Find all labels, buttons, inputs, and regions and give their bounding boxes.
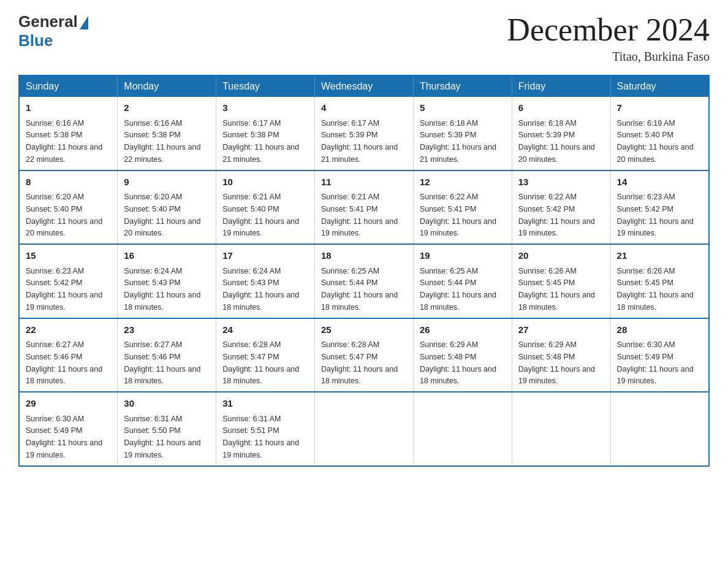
day-info: Sunrise: 6:25 AMSunset: 5:44 PMDaylight:…	[321, 267, 398, 312]
table-row: 14Sunrise: 6:23 AMSunset: 5:42 PMDayligh…	[610, 170, 709, 245]
table-row: 12Sunrise: 6:22 AMSunset: 5:41 PMDayligh…	[413, 170, 512, 245]
header-wednesday: Wednesday	[315, 75, 414, 97]
day-number: 28	[617, 323, 702, 337]
logo-general-text: General	[18, 12, 78, 31]
day-info: Sunrise: 6:18 AMSunset: 5:39 PMDaylight:…	[420, 119, 496, 164]
day-number: 17	[222, 249, 308, 263]
day-info: Sunrise: 6:18 AMSunset: 5:39 PMDaylight:…	[518, 119, 595, 164]
day-info: Sunrise: 6:22 AMSunset: 5:42 PMDaylight:…	[518, 193, 595, 237]
logo-triangle-icon	[80, 16, 88, 29]
header-sunday: Sunday	[19, 75, 118, 97]
table-row: 30Sunrise: 6:31 AMSunset: 5:50 PMDayligh…	[118, 392, 216, 466]
day-number: 4	[321, 101, 407, 115]
day-number: 21	[617, 249, 702, 263]
table-row: 6Sunrise: 6:18 AMSunset: 5:39 PMDaylight…	[512, 97, 610, 170]
day-number: 13	[518, 175, 604, 190]
table-row: 23Sunrise: 6:27 AMSunset: 5:46 PMDayligh…	[118, 318, 216, 393]
day-info: Sunrise: 6:16 AMSunset: 5:38 PMDaylight:…	[26, 119, 102, 164]
day-info: Sunrise: 6:29 AMSunset: 5:48 PMDaylight:…	[420, 340, 496, 385]
table-row: 22Sunrise: 6:27 AMSunset: 5:46 PMDayligh…	[19, 318, 118, 393]
day-number: 5	[420, 101, 506, 115]
day-number: 3	[222, 101, 308, 115]
table-row: 11Sunrise: 6:21 AMSunset: 5:41 PMDayligh…	[315, 170, 414, 245]
day-number: 20	[518, 249, 604, 263]
header-friday: Friday	[512, 75, 610, 97]
day-number: 8	[26, 175, 111, 190]
title-area: December 2024 Titao, Burkina Faso	[507, 12, 710, 64]
page-header: General Blue December 2024 Titao, Burkin…	[18, 12, 710, 64]
day-number: 23	[124, 323, 210, 337]
day-info: Sunrise: 6:28 AMSunset: 5:47 PMDaylight:…	[222, 340, 299, 385]
table-row: 24Sunrise: 6:28 AMSunset: 5:47 PMDayligh…	[216, 318, 315, 393]
table-row: 15Sunrise: 6:23 AMSunset: 5:42 PMDayligh…	[19, 244, 118, 318]
table-row: 29Sunrise: 6:30 AMSunset: 5:49 PMDayligh…	[19, 392, 118, 466]
table-row	[512, 392, 610, 466]
day-info: Sunrise: 6:19 AMSunset: 5:40 PMDaylight:…	[617, 119, 694, 164]
day-number: 1	[26, 101, 111, 115]
day-info: Sunrise: 6:25 AMSunset: 5:44 PMDaylight:…	[420, 267, 496, 312]
day-number: 19	[420, 249, 506, 263]
calendar-week-row: 8Sunrise: 6:20 AMSunset: 5:40 PMDaylight…	[19, 170, 709, 245]
table-row: 31Sunrise: 6:31 AMSunset: 5:51 PMDayligh…	[216, 392, 315, 466]
header-monday: Monday	[118, 75, 216, 97]
table-row: 3Sunrise: 6:17 AMSunset: 5:38 PMDaylight…	[216, 97, 315, 170]
day-number: 9	[124, 175, 210, 190]
day-info: Sunrise: 6:20 AMSunset: 5:40 PMDaylight:…	[124, 193, 200, 237]
day-number: 10	[222, 175, 308, 190]
header-tuesday: Tuesday	[216, 75, 315, 97]
calendar-week-row: 22Sunrise: 6:27 AMSunset: 5:46 PMDayligh…	[19, 318, 709, 393]
day-number: 16	[124, 249, 210, 263]
table-row	[610, 392, 709, 466]
table-row: 17Sunrise: 6:24 AMSunset: 5:43 PMDayligh…	[216, 244, 315, 318]
table-row: 7Sunrise: 6:19 AMSunset: 5:40 PMDaylight…	[610, 97, 709, 170]
day-info: Sunrise: 6:20 AMSunset: 5:40 PMDaylight:…	[26, 193, 102, 237]
day-info: Sunrise: 6:21 AMSunset: 5:40 PMDaylight:…	[222, 193, 299, 237]
logo-blue-text: Blue	[18, 31, 53, 50]
day-number: 27	[518, 323, 604, 337]
calendar-table: Sunday Monday Tuesday Wednesday Thursday…	[18, 75, 710, 467]
month-year-title: December 2024	[507, 12, 710, 47]
day-number: 26	[420, 323, 506, 337]
calendar-week-row: 15Sunrise: 6:23 AMSunset: 5:42 PMDayligh…	[19, 244, 709, 318]
day-number: 14	[617, 175, 702, 190]
day-info: Sunrise: 6:27 AMSunset: 5:46 PMDaylight:…	[26, 340, 102, 385]
day-info: Sunrise: 6:21 AMSunset: 5:41 PMDaylight:…	[321, 193, 398, 237]
header-saturday: Saturday	[610, 75, 709, 97]
table-row: 1Sunrise: 6:16 AMSunset: 5:38 PMDaylight…	[19, 97, 118, 170]
day-number: 24	[222, 323, 308, 337]
day-info: Sunrise: 6:16 AMSunset: 5:38 PMDaylight:…	[124, 119, 200, 164]
day-info: Sunrise: 6:17 AMSunset: 5:38 PMDaylight:…	[222, 119, 299, 164]
table-row: 10Sunrise: 6:21 AMSunset: 5:40 PMDayligh…	[216, 170, 315, 245]
table-row: 20Sunrise: 6:26 AMSunset: 5:45 PMDayligh…	[512, 244, 610, 318]
header-thursday: Thursday	[413, 75, 512, 97]
day-info: Sunrise: 6:17 AMSunset: 5:39 PMDaylight:…	[321, 119, 398, 164]
calendar-week-row: 29Sunrise: 6:30 AMSunset: 5:49 PMDayligh…	[19, 392, 709, 466]
table-row	[315, 392, 414, 466]
day-number: 31	[222, 397, 308, 411]
day-info: Sunrise: 6:22 AMSunset: 5:41 PMDaylight:…	[420, 193, 496, 237]
day-info: Sunrise: 6:24 AMSunset: 5:43 PMDaylight:…	[124, 267, 200, 312]
day-number: 6	[518, 101, 604, 115]
logo: General Blue	[18, 12, 88, 50]
day-info: Sunrise: 6:24 AMSunset: 5:43 PMDaylight:…	[222, 267, 299, 312]
calendar-week-row: 1Sunrise: 6:16 AMSunset: 5:38 PMDaylight…	[19, 97, 709, 170]
day-info: Sunrise: 6:26 AMSunset: 5:45 PMDaylight:…	[617, 267, 694, 312]
table-row: 27Sunrise: 6:29 AMSunset: 5:48 PMDayligh…	[512, 318, 610, 393]
day-number: 2	[124, 101, 210, 115]
day-info: Sunrise: 6:26 AMSunset: 5:45 PMDaylight:…	[518, 267, 595, 312]
table-row: 5Sunrise: 6:18 AMSunset: 5:39 PMDaylight…	[413, 97, 512, 170]
table-row: 13Sunrise: 6:22 AMSunset: 5:42 PMDayligh…	[512, 170, 610, 245]
day-number: 7	[617, 101, 702, 115]
day-info: Sunrise: 6:31 AMSunset: 5:51 PMDaylight:…	[222, 415, 299, 459]
day-number: 18	[321, 249, 407, 263]
day-info: Sunrise: 6:29 AMSunset: 5:48 PMDaylight:…	[518, 340, 595, 385]
day-number: 12	[420, 175, 506, 190]
day-info: Sunrise: 6:23 AMSunset: 5:42 PMDaylight:…	[617, 193, 694, 237]
day-number: 25	[321, 323, 407, 337]
table-row: 25Sunrise: 6:28 AMSunset: 5:47 PMDayligh…	[315, 318, 414, 393]
table-row: 19Sunrise: 6:25 AMSunset: 5:44 PMDayligh…	[413, 244, 512, 318]
day-number: 22	[26, 323, 111, 337]
day-number: 29	[26, 397, 111, 411]
day-number: 15	[26, 249, 111, 263]
weekday-header-row: Sunday Monday Tuesday Wednesday Thursday…	[19, 75, 709, 97]
